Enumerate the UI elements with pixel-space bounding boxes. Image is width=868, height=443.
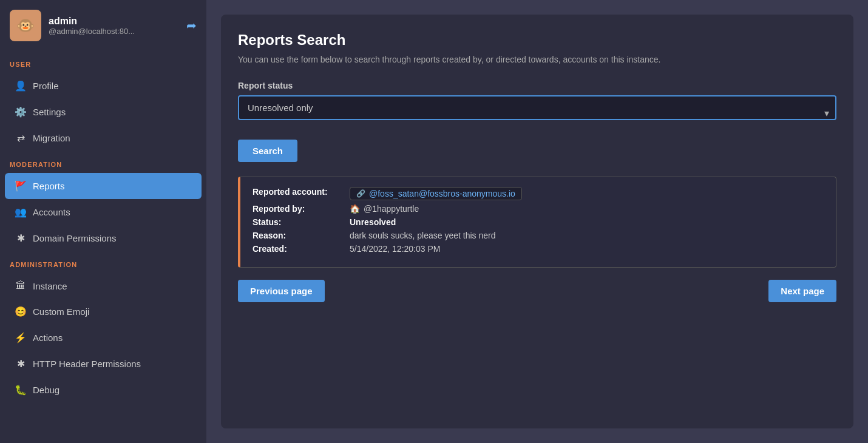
sidebar-item-label-debug: Debug <box>33 385 59 395</box>
logout-icon[interactable]: ➦ <box>186 18 197 33</box>
sidebar-item-migration[interactable]: ⇄ Migration <box>5 125 202 151</box>
user-section-label: USER <box>0 51 206 73</box>
accounts-icon: 👥 <box>15 206 27 218</box>
sidebar-item-label-migration: Migration <box>33 133 70 143</box>
search-button[interactable]: Search <box>238 140 297 162</box>
next-page-button[interactable]: Next page <box>768 280 836 302</box>
sidebar-item-label-instance: Instance <box>33 281 67 291</box>
user-name: admin <box>49 16 135 27</box>
content-card: Reports Search You can use the form belo… <box>221 15 853 428</box>
avatar: 🐵 <box>10 10 41 41</box>
sidebar-item-label-reports: Reports <box>33 181 65 191</box>
sidebar-item-label-custom-emoji: Custom Emoji <box>33 306 89 317</box>
status-select[interactable]: Unresolved only All Resolved only <box>238 95 836 120</box>
page-description: You can use the form below to search thr… <box>238 53 836 66</box>
sidebar-item-label-accounts: Accounts <box>33 207 70 217</box>
settings-icon: ⚙️ <box>15 106 27 118</box>
sidebar-item-http-header-permissions[interactable]: ✱ HTTP Header Permissions <box>5 351 202 377</box>
reported-by-value: 🏠 @1happyturtle <box>350 204 419 214</box>
sidebar-item-label-settings: Settings <box>33 107 66 117</box>
report-card: Reported account: 🔗 @foss_satan@fossbros… <box>238 177 836 268</box>
created-value: 5/14/2022, 12:20:03 PM <box>350 244 440 254</box>
sidebar-item-reports[interactable]: 🚩 Reports <box>5 173 202 199</box>
reported-account-label: Reported account: <box>253 187 350 197</box>
sidebar-item-settings[interactable]: ⚙️ Settings <box>5 99 202 125</box>
reported-by-label: Reported by: <box>253 204 350 214</box>
sidebar-item-custom-emoji[interactable]: 😊 Custom Emoji <box>5 299 202 325</box>
sidebar-item-actions[interactable]: ⚡ Actions <box>5 325 202 351</box>
administration-section-label: ADMINISTRATION <box>0 251 206 273</box>
reports-icon: 🚩 <box>15 180 27 192</box>
domain-permissions-icon: ✱ <box>15 232 27 244</box>
created-label: Created: <box>253 244 350 254</box>
report-row-account: Reported account: 🔗 @foss_satan@fossbros… <box>253 187 824 200</box>
status-select-wrapper: Unresolved only All Resolved only ▾ <box>238 95 836 130</box>
user-handle: @admin@localhost:80... <box>49 27 135 36</box>
http-header-icon: ✱ <box>15 358 27 370</box>
sidebar-item-domain-permissions[interactable]: ✱ Domain Permissions <box>5 225 202 251</box>
report-row-created: Created: 5/14/2022, 12:20:03 PM <box>253 244 824 254</box>
sidebar-item-accounts[interactable]: 👥 Accounts <box>5 199 202 225</box>
page-title: Reports Search <box>238 32 836 49</box>
migration-icon: ⇄ <box>15 132 27 144</box>
report-row-by: Reported by: 🏠 @1happyturtle <box>253 204 824 214</box>
sidebar-item-debug[interactable]: 🐛 Debug <box>5 377 202 403</box>
sidebar-item-profile[interactable]: 👤 Profile <box>5 73 202 99</box>
pagination: Previous page Next page <box>238 280 836 302</box>
reason-value: dark souls sucks, please yeet this nerd <box>350 231 495 240</box>
custom-emoji-icon: 😊 <box>15 306 27 317</box>
status-value: Unresolved <box>350 217 396 227</box>
sidebar-item-label-domain-permissions: Domain Permissions <box>33 233 117 243</box>
external-link-icon: 🔗 <box>356 189 365 198</box>
reported-by-handle: @1happyturtle <box>364 204 419 214</box>
report-row-status: Status: Unresolved <box>253 217 824 227</box>
reported-account-value: @foss_satan@fossbros-anonymous.io <box>369 189 515 198</box>
sidebar-item-label-http-header: HTTP Header Permissions <box>33 359 141 369</box>
reason-label: Reason: <box>253 231 350 240</box>
status-label: Report status <box>238 81 836 90</box>
user-header: 🐵 admin @admin@localhost:80... ➦ <box>0 0 206 51</box>
instance-icon: 🏛 <box>15 280 27 291</box>
sidebar: 🐵 admin @admin@localhost:80... ➦ USER 👤 … <box>0 0 206 443</box>
status-field-label: Status: <box>253 217 350 227</box>
sidebar-item-label-profile: Profile <box>33 81 59 91</box>
sidebar-item-label-actions: Actions <box>33 333 63 343</box>
user-info: admin @admin@localhost:80... <box>49 16 135 36</box>
debug-icon: 🐛 <box>15 384 27 396</box>
home-icon: 🏠 <box>350 204 360 214</box>
moderation-section-label: MODERATION <box>0 151 206 173</box>
previous-page-button[interactable]: Previous page <box>238 280 325 302</box>
main-content: Reports Search You can use the form belo… <box>206 0 868 443</box>
reported-account-link[interactable]: 🔗 @foss_satan@fossbros-anonymous.io <box>350 187 522 200</box>
sidebar-item-instance[interactable]: 🏛 Instance <box>5 273 202 299</box>
report-row-reason: Reason: dark souls sucks, please yeet th… <box>253 231 824 240</box>
profile-icon: 👤 <box>15 80 27 92</box>
actions-icon: ⚡ <box>15 332 27 343</box>
